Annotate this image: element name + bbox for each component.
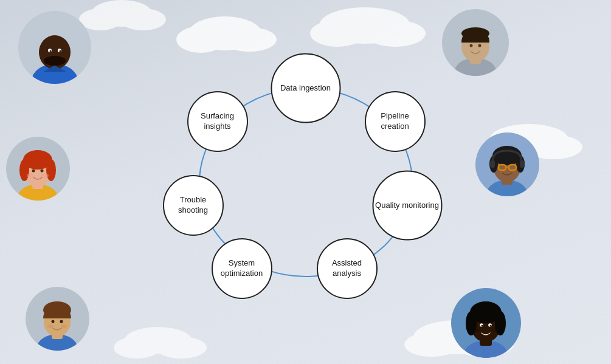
svg-point-23 [50, 50, 52, 52]
node-data-ingestion: Data ingestion [271, 53, 340, 123]
node-label: Assisted analysis [318, 258, 376, 279]
node-label: Trouble shooting [164, 195, 223, 216]
svg-point-30 [478, 44, 482, 47]
svg-point-59 [47, 325, 54, 328]
avatar-mid-right [475, 132, 539, 196]
svg-point-25 [44, 56, 66, 66]
node-label: Surfacing insights [188, 111, 247, 132]
avatar-top-left [18, 11, 91, 84]
svg-point-36 [19, 159, 29, 181]
svg-point-37 [46, 159, 56, 181]
svg-rect-52 [520, 160, 525, 168]
svg-point-71 [474, 329, 480, 332]
node-label: System optimization [213, 258, 271, 279]
svg-point-39 [41, 170, 44, 173]
avatar-mid-left [6, 137, 70, 201]
svg-point-60 [61, 325, 67, 328]
svg-point-24 [60, 50, 61, 52]
svg-point-58 [60, 320, 63, 323]
svg-point-57 [52, 320, 55, 323]
node-trouble-shooting: Trouble shooting [163, 175, 224, 236]
diagram-container: Data ingestion Pipeline creation Quality… [148, 55, 464, 310]
node-system-optimization: System optimization [212, 238, 272, 299]
node-label: Pipeline creation [366, 111, 424, 132]
svg-point-72 [492, 329, 498, 332]
avatar-bot-left [26, 287, 89, 351]
node-pipeline-creation: Pipeline creation [365, 91, 426, 152]
node-quality-monitoring: Quality monitoring [372, 170, 442, 240]
svg-point-41 [41, 173, 49, 178]
node-label: Data ingestion [280, 83, 331, 93]
svg-point-40 [27, 173, 34, 178]
svg-point-69 [482, 325, 483, 327]
node-assisted-analysis: Assisted analysis [317, 238, 378, 299]
node-label: Quality monitoring [375, 200, 439, 210]
svg-rect-51 [490, 160, 495, 168]
svg-point-70 [490, 325, 492, 327]
svg-point-29 [470, 44, 473, 47]
node-surfacing-insights: Surfacing insights [187, 91, 248, 152]
svg-point-38 [32, 170, 35, 173]
